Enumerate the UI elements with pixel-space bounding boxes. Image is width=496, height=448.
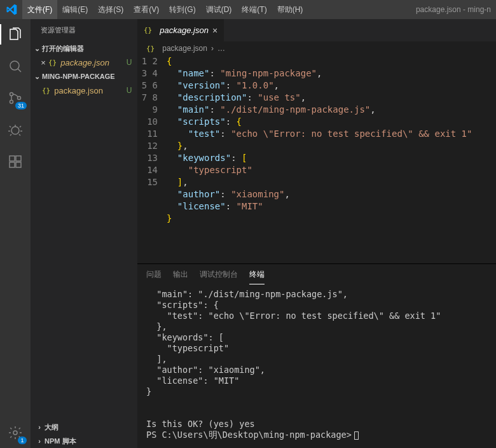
chevron-down-icon: ⌄ [32, 73, 42, 81]
scm-badge: 31 [15, 102, 27, 109]
json-file-icon: {} [146, 45, 155, 53]
svg-point-2 [10, 101, 13, 104]
tab-filename: package.json [160, 25, 209, 35]
breadcrumb-more: … [217, 44, 225, 53]
open-editor-item[interactable]: × {} package.json U [31, 55, 137, 69]
explorer-icon[interactable] [0, 24, 31, 45]
menu-goto[interactable]: 转到(G) [164, 0, 200, 19]
search-icon[interactable] [0, 56, 31, 76]
menu-terminal[interactable]: 终端(T) [237, 0, 272, 19]
svg-rect-5 [10, 156, 15, 161]
open-editors-label: 打开的编辑器 [42, 44, 84, 53]
git-status: U [125, 58, 137, 67]
breadcrumb-file: package.json [162, 44, 207, 53]
breadcrumb[interactable]: {} package.json › … [137, 41, 496, 55]
json-file-icon: {} [144, 26, 152, 34]
project-label: MING-NPM-PACKAGE [42, 73, 115, 80]
svg-point-3 [18, 97, 21, 100]
chevron-down-icon: ⌄ [32, 45, 42, 53]
open-editor-filename: package.json [60, 58, 109, 67]
menu-select[interactable]: 选择(S) [93, 0, 128, 19]
svg-point-0 [10, 61, 19, 70]
bottom-panel: 问题 输出 调试控制台 终端 "main": "./dist/ming-npm-… [137, 263, 496, 448]
project-section[interactable]: ⌄ MING-NPM-PACKAGE [31, 69, 137, 83]
settings-gear-icon[interactable]: 1 [0, 423, 31, 443]
json-file-icon: {} [42, 87, 50, 95]
sidebar-title: 资源管理器 [31, 19, 137, 41]
svg-rect-7 [16, 162, 21, 167]
file-tree-item[interactable]: {} package.json U [31, 83, 137, 97]
code-content[interactable]: { "name": "ming-npm-package", "version":… [167, 55, 496, 263]
npm-scripts-label: NPM 脚本 [45, 437, 76, 446]
panel-tabs: 问题 输出 调试控制台 终端 [137, 264, 496, 285]
menu-help[interactable]: 帮助(H) [272, 0, 308, 19]
json-file-icon: {} [48, 59, 57, 67]
svg-point-9 [13, 431, 17, 435]
svg-point-4 [11, 127, 19, 134]
editor-area: {} package.json × {} package.json › … 1 … [137, 19, 496, 448]
panel-tab-problems[interactable]: 问题 [146, 265, 162, 284]
settings-badge: 1 [18, 437, 27, 444]
chevron-right-icon: › [34, 437, 45, 445]
file-tree-filename: package.json [54, 86, 103, 95]
terminal-output: "main": "./dist/ming-npm-package.js", "s… [146, 289, 441, 429]
sidebar: 资源管理器 ⌄ 打开的编辑器 × {} package.json U ⌄ MIN… [31, 19, 137, 448]
vscode-logo-icon [0, 4, 22, 15]
source-control-icon[interactable]: 31 [0, 88, 31, 108]
extensions-icon[interactable] [0, 151, 31, 172]
line-numbers: 1 2 3 4 5 6 7 8 9 10 11 12 13 14 15 [137, 55, 167, 263]
code-editor[interactable]: 1 2 3 4 5 6 7 8 9 10 11 12 13 14 15 { "n… [137, 55, 496, 263]
terminal-cursor [354, 431, 359, 440]
outline-section[interactable]: › 大纲 [31, 420, 137, 434]
terminal[interactable]: "main": "./dist/ming-npm-package.js", "s… [137, 285, 496, 448]
chevron-right-icon: › [34, 423, 45, 431]
window-title: package.json - ming-n [308, 5, 496, 14]
svg-point-1 [10, 93, 13, 96]
svg-rect-8 [16, 156, 21, 161]
close-icon[interactable]: × [38, 58, 48, 67]
terminal-prompt: PS C:\Users\明\Desktop\ming-npm-package> [146, 430, 352, 440]
panel-tab-output[interactable]: 输出 [173, 265, 188, 284]
npm-scripts-section[interactable]: › NPM 脚本 [31, 434, 137, 448]
editor-tabs: {} package.json × [137, 19, 496, 41]
panel-tab-debug-console[interactable]: 调试控制台 [200, 265, 238, 284]
menu-file[interactable]: 文件(F) [22, 0, 57, 19]
svg-rect-6 [10, 162, 15, 167]
panel-tab-terminal[interactable]: 终端 [249, 265, 265, 284]
menu-edit[interactable]: 编辑(E) [57, 0, 93, 19]
menu-debug[interactable]: 调试(D) [201, 0, 237, 19]
menu-bar: 文件(F) 编辑(E) 选择(S) 查看(V) 转到(G) 调试(D) 终端(T… [22, 0, 308, 19]
chevron-right-icon: › [211, 44, 214, 53]
title-bar: 文件(F) 编辑(E) 选择(S) 查看(V) 转到(G) 调试(D) 终端(T… [0, 0, 496, 19]
menu-view[interactable]: 查看(V) [128, 0, 164, 19]
open-editors-section[interactable]: ⌄ 打开的编辑器 [31, 41, 137, 55]
debug-icon[interactable] [0, 120, 31, 140]
editor-tab[interactable]: {} package.json × [137, 19, 224, 41]
activity-bar: 31 1 [0, 19, 31, 448]
close-icon[interactable]: × [212, 25, 217, 36]
outline-label: 大纲 [45, 423, 59, 432]
git-status: U [125, 86, 137, 95]
